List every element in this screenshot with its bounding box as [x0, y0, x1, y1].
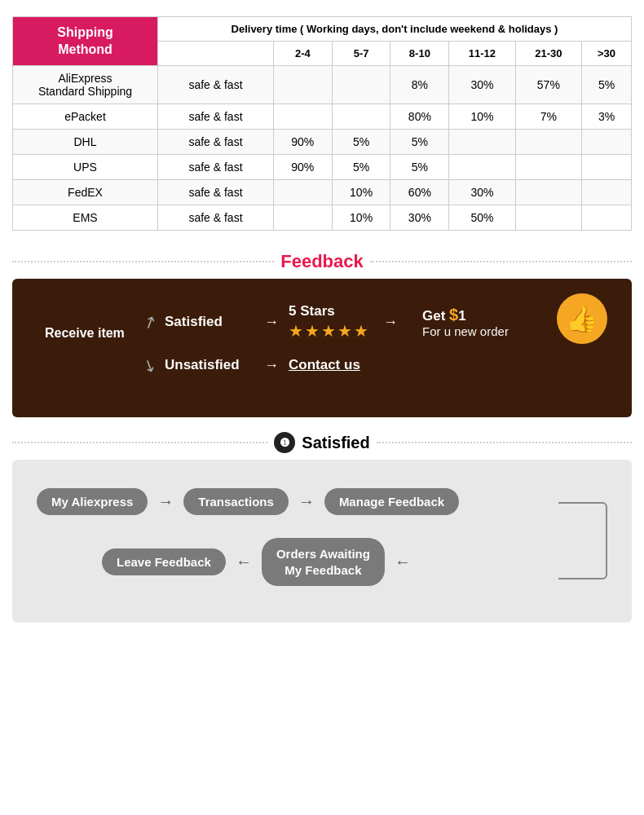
- day-value: [582, 180, 632, 205]
- day-value: 30%: [449, 66, 515, 104]
- unsatisfied-branch: ↘ Unsatisfied → Contact us: [143, 355, 509, 375]
- method-note: safe & fast: [158, 205, 274, 231]
- day-value: 60%: [390, 180, 449, 205]
- method-name: ePacket: [13, 104, 158, 130]
- method-name: AliExpress Standard Shipping: [13, 66, 158, 104]
- table-row: EMSsafe & fast10%30%50%: [13, 205, 632, 231]
- divider-line-left: [12, 261, 274, 262]
- table-row: UPSsafe & fast90%5%5%: [13, 155, 632, 180]
- day-value: 7%: [515, 104, 581, 130]
- method-note: safe & fast: [158, 104, 274, 130]
- method-header: Shipping Methond: [13, 17, 158, 66]
- divider-line-right: [370, 261, 632, 262]
- day-col-3: 8-10: [390, 42, 449, 66]
- day-value: 30%: [390, 205, 449, 231]
- steps-bottom-row: Leave Feedback ← Orders Awaiting My Feed…: [37, 538, 607, 586]
- l-shape-connector: [558, 502, 607, 579]
- five-stars-label: 5 Stars: [289, 303, 335, 319]
- day-value: 10%: [332, 180, 390, 205]
- orders-awaiting-btn[interactable]: Orders Awaiting My Feedback: [262, 538, 385, 586]
- day-value: [449, 130, 515, 155]
- day-value: 10%: [449, 104, 515, 130]
- day-value: 8%: [390, 66, 449, 104]
- curve-arrow-up: ↗: [139, 311, 161, 334]
- delivery-header: Delivery time ( Working days, don't incl…: [158, 17, 632, 42]
- satisfied-divider-line-left: [12, 442, 267, 443]
- day-col-5: 21-30: [515, 42, 581, 66]
- arrow-left-2: ←: [395, 553, 411, 571]
- day-value: 10%: [332, 205, 390, 231]
- shipping-section: Shipping Methond Delivery time ( Working…: [0, 0, 644, 239]
- manage-feedback-btn[interactable]: Manage Feedback: [324, 488, 459, 515]
- day-value: [332, 66, 390, 104]
- satisfied-divider-line-right: [377, 442, 632, 443]
- day-col-6: >30: [582, 42, 632, 66]
- day-value: 80%: [390, 104, 449, 130]
- arrow-2: →: [298, 492, 315, 511]
- thumb-icon: 👍: [557, 293, 607, 344]
- day-value: [515, 180, 581, 205]
- feedback-title: Feedback: [280, 251, 364, 272]
- table-row: ePacketsafe & fast80%10%7%3%: [13, 104, 632, 130]
- method-note: safe & fast: [158, 180, 274, 205]
- day-value: 5%: [332, 155, 390, 180]
- my-aliexpress-btn[interactable]: My Aliexpress: [37, 488, 148, 515]
- dollar-amount: 1: [458, 308, 465, 324]
- day-col-2: 5-7: [332, 42, 390, 66]
- table-row: DHLsafe & fast90%5%5%: [13, 130, 632, 155]
- day-col-1: 2-4: [273, 42, 332, 66]
- arrow-to-stars: →: [264, 314, 279, 331]
- day-value: [582, 130, 632, 155]
- table-row: AliExpress Standard Shippingsafe & fast8…: [13, 66, 632, 104]
- method-name: DHL: [13, 130, 158, 155]
- method-name: UPS: [13, 155, 158, 180]
- day-value: [273, 180, 332, 205]
- day-value: 57%: [515, 66, 581, 104]
- day-value: 5%: [582, 66, 632, 104]
- day-value: [273, 104, 332, 130]
- day-value: 30%: [449, 180, 515, 205]
- star-icons: ★★★★★: [289, 321, 370, 341]
- shipping-table: Shipping Methond Delivery time ( Working…: [12, 16, 632, 231]
- day-value: [515, 205, 581, 231]
- day-value: 90%: [273, 155, 332, 180]
- method-note: safe & fast: [158, 130, 274, 155]
- method-note: safe & fast: [158, 66, 274, 104]
- day-value: [449, 155, 515, 180]
- day-value: 5%: [390, 130, 449, 155]
- day-col-4: 11-12: [449, 42, 515, 66]
- satisfied-number: ❶: [274, 432, 295, 453]
- arrow-to-contact: →: [264, 357, 279, 374]
- day-value: [273, 205, 332, 231]
- arrow-left: ←: [236, 553, 252, 571]
- steps-box: My Aliexpress → Transactions → Manage Fe…: [12, 460, 632, 623]
- dollar-sign: $: [449, 306, 458, 324]
- satisfied-branch: ↗ Satisfied → 5 Stars ★★★★★ → Get $1 For…: [143, 303, 509, 341]
- satisfied-label: Satisfied: [165, 314, 254, 330]
- day-value: [273, 66, 332, 104]
- day-value: [582, 205, 632, 231]
- leave-feedback-btn[interactable]: Leave Feedback: [102, 548, 226, 575]
- stars-block: 5 Stars ★★★★★: [289, 303, 370, 341]
- day-value: [582, 155, 632, 180]
- day-value: [332, 104, 390, 130]
- day-value: 90%: [273, 130, 332, 155]
- day-value: 5%: [390, 155, 449, 180]
- get-text: Get $1: [422, 306, 509, 324]
- steps-top-row: My Aliexpress → Transactions → Manage Fe…: [37, 488, 607, 515]
- satisfied-divider: ❶ Satisfied: [0, 417, 644, 460]
- for-new-order: For u new order: [422, 324, 509, 338]
- method-name: FedEX: [13, 180, 158, 205]
- col-note-header: [158, 42, 274, 66]
- receive-item-label: Receive item: [45, 326, 135, 341]
- curve-arrow-down: ↘: [139, 354, 161, 377]
- transactions-btn[interactable]: Transactions: [183, 488, 289, 515]
- day-value: [515, 155, 581, 180]
- method-name: EMS: [13, 205, 158, 231]
- feedback-divider: Feedback: [0, 239, 644, 279]
- arrow-to-get: →: [383, 314, 398, 331]
- day-value: 3%: [582, 104, 632, 130]
- day-value: [515, 130, 581, 155]
- flow-row: Receive item ↗ Satisfied → 5 Stars ★★★★★…: [45, 303, 607, 375]
- unsatisfied-label: Unsatisfied: [165, 357, 254, 373]
